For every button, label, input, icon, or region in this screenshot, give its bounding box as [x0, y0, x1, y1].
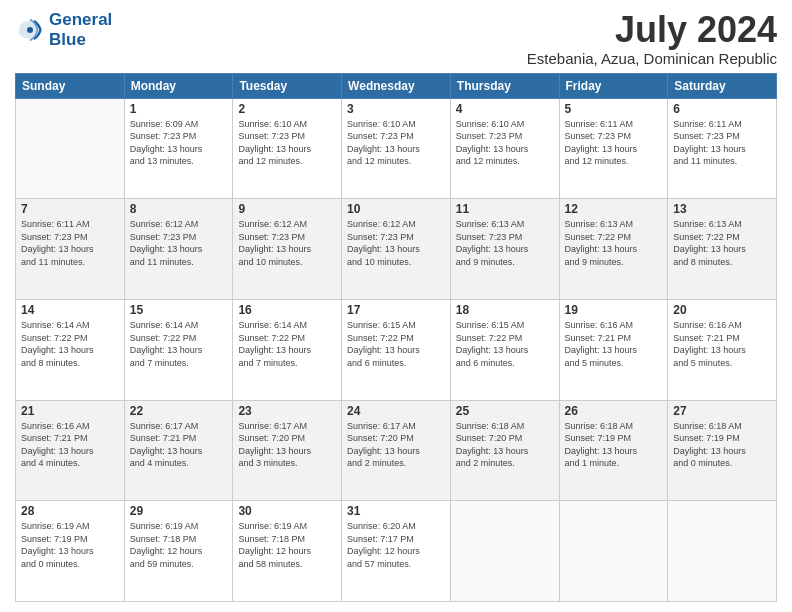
table-row: 28Sunrise: 6:19 AM Sunset: 7:19 PM Dayli…: [16, 501, 125, 602]
table-row: [450, 501, 559, 602]
table-row: 21Sunrise: 6:16 AM Sunset: 7:21 PM Dayli…: [16, 400, 125, 501]
col-monday: Monday: [124, 73, 233, 98]
day-number: 27: [673, 404, 771, 418]
table-row: 30Sunrise: 6:19 AM Sunset: 7:18 PM Dayli…: [233, 501, 342, 602]
table-row: 13Sunrise: 6:13 AM Sunset: 7:22 PM Dayli…: [668, 199, 777, 300]
day-info: Sunrise: 6:15 AM Sunset: 7:22 PM Dayligh…: [347, 319, 445, 369]
day-info: Sunrise: 6:17 AM Sunset: 7:21 PM Dayligh…: [130, 420, 228, 470]
table-row: 14Sunrise: 6:14 AM Sunset: 7:22 PM Dayli…: [16, 299, 125, 400]
day-info: Sunrise: 6:13 AM Sunset: 7:23 PM Dayligh…: [456, 218, 554, 268]
table-row: 27Sunrise: 6:18 AM Sunset: 7:19 PM Dayli…: [668, 400, 777, 501]
day-number: 14: [21, 303, 119, 317]
svg-point-1: [27, 27, 33, 33]
day-number: 13: [673, 202, 771, 216]
day-info: Sunrise: 6:18 AM Sunset: 7:19 PM Dayligh…: [565, 420, 663, 470]
day-info: Sunrise: 6:13 AM Sunset: 7:22 PM Dayligh…: [565, 218, 663, 268]
table-row: [668, 501, 777, 602]
page: General Blue July 2024 Estebania, Azua, …: [0, 0, 792, 612]
day-number: 22: [130, 404, 228, 418]
col-sunday: Sunday: [16, 73, 125, 98]
table-row: 3Sunrise: 6:10 AM Sunset: 7:23 PM Daylig…: [342, 98, 451, 199]
day-number: 23: [238, 404, 336, 418]
day-info: Sunrise: 6:15 AM Sunset: 7:22 PM Dayligh…: [456, 319, 554, 369]
table-row: 1Sunrise: 6:09 AM Sunset: 7:23 PM Daylig…: [124, 98, 233, 199]
day-number: 10: [347, 202, 445, 216]
table-row: 26Sunrise: 6:18 AM Sunset: 7:19 PM Dayli…: [559, 400, 668, 501]
day-number: 7: [21, 202, 119, 216]
table-row: 10Sunrise: 6:12 AM Sunset: 7:23 PM Dayli…: [342, 199, 451, 300]
col-tuesday: Tuesday: [233, 73, 342, 98]
day-number: 21: [21, 404, 119, 418]
header: General Blue July 2024 Estebania, Azua, …: [15, 10, 777, 67]
day-info: Sunrise: 6:09 AM Sunset: 7:23 PM Dayligh…: [130, 118, 228, 168]
day-number: 3: [347, 102, 445, 116]
table-row: 23Sunrise: 6:17 AM Sunset: 7:20 PM Dayli…: [233, 400, 342, 501]
table-row: 6Sunrise: 6:11 AM Sunset: 7:23 PM Daylig…: [668, 98, 777, 199]
day-number: 19: [565, 303, 663, 317]
table-row: 5Sunrise: 6:11 AM Sunset: 7:23 PM Daylig…: [559, 98, 668, 199]
table-row: 24Sunrise: 6:17 AM Sunset: 7:20 PM Dayli…: [342, 400, 451, 501]
table-row: 29Sunrise: 6:19 AM Sunset: 7:18 PM Dayli…: [124, 501, 233, 602]
table-row: 16Sunrise: 6:14 AM Sunset: 7:22 PM Dayli…: [233, 299, 342, 400]
day-number: 31: [347, 504, 445, 518]
day-info: Sunrise: 6:19 AM Sunset: 7:18 PM Dayligh…: [238, 520, 336, 570]
day-number: 24: [347, 404, 445, 418]
calendar-row-0: 1Sunrise: 6:09 AM Sunset: 7:23 PM Daylig…: [16, 98, 777, 199]
day-info: Sunrise: 6:11 AM Sunset: 7:23 PM Dayligh…: [21, 218, 119, 268]
table-row: 20Sunrise: 6:16 AM Sunset: 7:21 PM Dayli…: [668, 299, 777, 400]
calendar-table: Sunday Monday Tuesday Wednesday Thursday…: [15, 73, 777, 602]
day-info: Sunrise: 6:18 AM Sunset: 7:19 PM Dayligh…: [673, 420, 771, 470]
day-number: 16: [238, 303, 336, 317]
day-info: Sunrise: 6:17 AM Sunset: 7:20 PM Dayligh…: [238, 420, 336, 470]
day-info: Sunrise: 6:16 AM Sunset: 7:21 PM Dayligh…: [565, 319, 663, 369]
table-row: [559, 501, 668, 602]
day-info: Sunrise: 6:13 AM Sunset: 7:22 PM Dayligh…: [673, 218, 771, 268]
table-row: 11Sunrise: 6:13 AM Sunset: 7:23 PM Dayli…: [450, 199, 559, 300]
table-row: [16, 98, 125, 199]
logo-text: General Blue: [49, 10, 112, 51]
calendar-row-2: 14Sunrise: 6:14 AM Sunset: 7:22 PM Dayli…: [16, 299, 777, 400]
day-info: Sunrise: 6:16 AM Sunset: 7:21 PM Dayligh…: [673, 319, 771, 369]
col-thursday: Thursday: [450, 73, 559, 98]
month-title: July 2024: [527, 10, 777, 50]
table-row: 12Sunrise: 6:13 AM Sunset: 7:22 PM Dayli…: [559, 199, 668, 300]
col-wednesday: Wednesday: [342, 73, 451, 98]
calendar-row-3: 21Sunrise: 6:16 AM Sunset: 7:21 PM Dayli…: [16, 400, 777, 501]
day-number: 29: [130, 504, 228, 518]
day-number: 2: [238, 102, 336, 116]
day-info: Sunrise: 6:14 AM Sunset: 7:22 PM Dayligh…: [130, 319, 228, 369]
table-row: 17Sunrise: 6:15 AM Sunset: 7:22 PM Dayli…: [342, 299, 451, 400]
day-info: Sunrise: 6:10 AM Sunset: 7:23 PM Dayligh…: [238, 118, 336, 168]
col-saturday: Saturday: [668, 73, 777, 98]
day-info: Sunrise: 6:19 AM Sunset: 7:19 PM Dayligh…: [21, 520, 119, 570]
table-row: 4Sunrise: 6:10 AM Sunset: 7:23 PM Daylig…: [450, 98, 559, 199]
table-row: 25Sunrise: 6:18 AM Sunset: 7:20 PM Dayli…: [450, 400, 559, 501]
calendar-header-row: Sunday Monday Tuesday Wednesday Thursday…: [16, 73, 777, 98]
day-number: 30: [238, 504, 336, 518]
day-info: Sunrise: 6:18 AM Sunset: 7:20 PM Dayligh…: [456, 420, 554, 470]
day-info: Sunrise: 6:17 AM Sunset: 7:20 PM Dayligh…: [347, 420, 445, 470]
day-info: Sunrise: 6:19 AM Sunset: 7:18 PM Dayligh…: [130, 520, 228, 570]
day-info: Sunrise: 6:14 AM Sunset: 7:22 PM Dayligh…: [21, 319, 119, 369]
day-info: Sunrise: 6:12 AM Sunset: 7:23 PM Dayligh…: [238, 218, 336, 268]
logo: General Blue: [15, 10, 112, 51]
day-number: 20: [673, 303, 771, 317]
day-number: 1: [130, 102, 228, 116]
table-row: 19Sunrise: 6:16 AM Sunset: 7:21 PM Dayli…: [559, 299, 668, 400]
table-row: 22Sunrise: 6:17 AM Sunset: 7:21 PM Dayli…: [124, 400, 233, 501]
logo-icon: [15, 15, 45, 45]
day-info: Sunrise: 6:12 AM Sunset: 7:23 PM Dayligh…: [130, 218, 228, 268]
day-info: Sunrise: 6:16 AM Sunset: 7:21 PM Dayligh…: [21, 420, 119, 470]
day-number: 17: [347, 303, 445, 317]
day-number: 18: [456, 303, 554, 317]
table-row: 8Sunrise: 6:12 AM Sunset: 7:23 PM Daylig…: [124, 199, 233, 300]
day-number: 11: [456, 202, 554, 216]
day-number: 6: [673, 102, 771, 116]
day-number: 28: [21, 504, 119, 518]
day-info: Sunrise: 6:10 AM Sunset: 7:23 PM Dayligh…: [347, 118, 445, 168]
day-number: 25: [456, 404, 554, 418]
table-row: 7Sunrise: 6:11 AM Sunset: 7:23 PM Daylig…: [16, 199, 125, 300]
day-info: Sunrise: 6:10 AM Sunset: 7:23 PM Dayligh…: [456, 118, 554, 168]
day-number: 4: [456, 102, 554, 116]
day-info: Sunrise: 6:20 AM Sunset: 7:17 PM Dayligh…: [347, 520, 445, 570]
